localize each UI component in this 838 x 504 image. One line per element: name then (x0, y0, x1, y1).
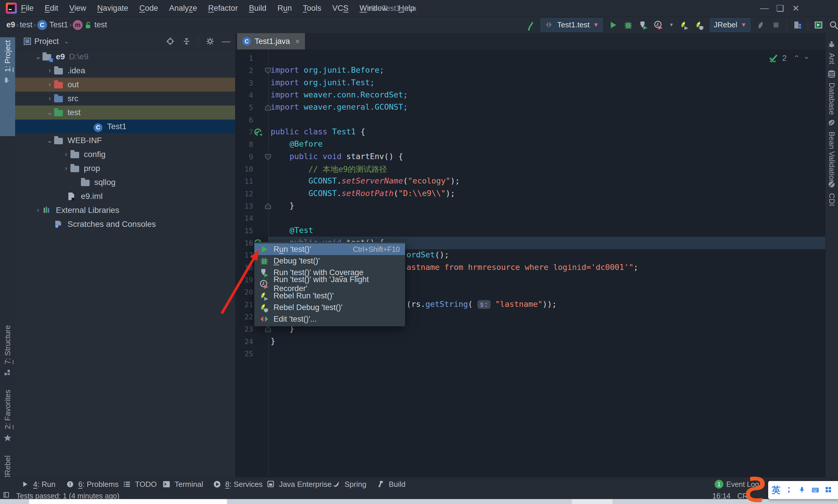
prev-issue-icon[interactable]: ⌃ (794, 54, 800, 62)
menubar-item-refactor[interactable]: Refactor (208, 4, 238, 13)
menubar-item-code[interactable]: Code (139, 4, 158, 13)
code-line-21[interactable]: (rs.getString( s: "lastname")); (407, 300, 557, 309)
jrebel-selector[interactable]: JRebel▼ (710, 18, 750, 32)
menubar-item-vcs[interactable]: VCS (332, 4, 349, 13)
menubar-item-analyze[interactable]: Analyze (169, 4, 197, 13)
run-button[interactable] (608, 20, 618, 30)
tree-item-test1[interactable]: CTest1 (15, 120, 235, 133)
rerun-test-icon[interactable] (254, 128, 263, 137)
code-line-13[interactable]: } (289, 201, 294, 210)
project-panel-title[interactable]: Project⌄ (23, 37, 69, 46)
toolwindow-button-cdi[interactable]: CDI (825, 178, 838, 206)
locate-icon[interactable] (165, 37, 175, 46)
menubar-item-edit[interactable]: Edit (45, 4, 58, 13)
toolwindow-toggle-icon[interactable] (3, 491, 11, 499)
hide-panel-icon[interactable]: — (222, 36, 230, 46)
profiler-caret-icon[interactable]: ▼ (669, 22, 674, 28)
toolwindow-button-bean-validation[interactable]: Bean Validation (825, 116, 838, 184)
menubar-item-navigate[interactable]: Navigate (97, 4, 128, 13)
code-line-17[interactable]: ordSet(); (407, 250, 449, 259)
toolwindow-button-ant[interactable]: Ant (825, 38, 838, 64)
toolwindow-button-build[interactable]: Build (376, 477, 406, 491)
breadcrumb-item[interactable]: e9 (6, 20, 15, 29)
fold-marker-icon[interactable] (264, 67, 272, 74)
chevron-down-icon[interactable]: ⌄ (34, 53, 42, 61)
chevron-down-icon[interactable]: ⌄ (46, 108, 54, 116)
minimize-button[interactable]: — (756, 3, 772, 13)
tree-item-e9[interactable]: ⌄e9D:\e9 (15, 50, 235, 64)
code-line-12[interactable]: GCONST.setRootPath("D:\\e9\\"); (308, 189, 455, 198)
close-button[interactable]: ✕ (788, 3, 804, 13)
breadcrumb-item[interactable]: Test1 (50, 20, 68, 29)
grid-icon[interactable] (824, 486, 833, 494)
context-menu-item-run-test-[interactable]: Run 'test()'Ctrl+Shift+F10 (254, 244, 405, 255)
next-issue-icon[interactable]: ⌄ (804, 52, 809, 60)
menubar-item-build[interactable]: Build (249, 4, 266, 13)
tree-item-prop[interactable]: ›prop (15, 161, 235, 175)
code-line-4[interactable]: import weaver.conn.RecordSet; (271, 90, 408, 99)
editor-tab-test1-java[interactable]: CTest1.java× (237, 33, 305, 50)
debug-button[interactable] (624, 20, 633, 30)
chevron-right-icon[interactable]: › (46, 67, 54, 74)
context-menu-item-debug-test-[interactable]: Debug 'test()' (254, 255, 405, 267)
toolwindow-button-terminal[interactable]: Terminal (162, 477, 203, 491)
code-line-24[interactable]: } (271, 337, 275, 345)
toolwindow-button-6-problems[interactable]: 6: Problems (66, 477, 119, 491)
code-line-2[interactable]: import org.junit.Before; (271, 66, 384, 74)
menubar-item-view[interactable]: View (69, 4, 86, 13)
ime-lang-label[interactable]: 英 (772, 484, 780, 496)
search-everywhere-icon[interactable] (829, 20, 838, 30)
coverage-button[interactable] (639, 20, 648, 30)
tree-item-web-inf[interactable]: ⌄WEB-INF (15, 133, 235, 147)
menubar-item-file[interactable]: File (21, 4, 34, 13)
tree-item-src[interactable]: ›src (15, 92, 235, 106)
chevron-right-icon[interactable]: › (46, 95, 54, 102)
tree-item-e9-iml[interactable]: e9.iml (15, 189, 235, 203)
chevron-right-icon[interactable]: › (46, 81, 54, 88)
context-menu-item-run-test-with-java-flight-recorder-[interactable]: Run 'test()' with 'Java Flight Recorder' (254, 278, 405, 290)
run-anything-icon[interactable] (814, 20, 823, 30)
ime-punct-label[interactable]: ； (784, 483, 793, 495)
fold-marker-icon[interactable] (264, 325, 272, 333)
code-line-10[interactable]: // 本地e9的测试路径 (308, 164, 387, 175)
code-line-9[interactable]: public void startEnv() { (289, 152, 403, 161)
code-line-7[interactable]: public class Test1 { (271, 127, 365, 136)
collapse-all-icon[interactable] (182, 37, 191, 46)
breadcrumb-item[interactable]: test (20, 20, 33, 29)
code-line-5[interactable]: import weaver.general.GCONST; (271, 102, 408, 111)
code-line-15[interactable]: @Test (289, 226, 313, 235)
code-line-8[interactable]: @Before (289, 139, 323, 148)
fold-marker-icon[interactable] (264, 153, 272, 161)
toolwindow-button-spring[interactable]: Spring (332, 477, 366, 491)
tree-item-out[interactable]: ›out (15, 78, 235, 92)
fold-marker-icon[interactable] (264, 202, 272, 210)
tree-item--idea[interactable]: ›.idea (15, 64, 235, 78)
restore-button[interactable]: ❏ (772, 3, 788, 13)
tree-item-config[interactable]: ›config (15, 147, 235, 161)
chevron-right-icon[interactable]: › (62, 165, 70, 172)
toolwindow-button-8-services[interactable]: 8: Services (212, 477, 263, 491)
chevron-down-icon[interactable]: ⌄ (46, 137, 54, 145)
chevron-right-icon[interactable]: › (62, 151, 70, 158)
mic-icon[interactable] (797, 486, 806, 494)
toolwindow-button-4-run[interactable]: 4: Run (20, 477, 56, 491)
tree-item-scratches-and-consoles[interactable]: Scratches and Consoles (15, 217, 235, 231)
profiler-button[interactable] (654, 20, 663, 30)
toolwindow-button-todo[interactable]: TODO (122, 477, 157, 491)
rebel-debug-button[interactable] (695, 19, 704, 31)
code-line-3[interactable]: import org.junit.Test; (271, 78, 375, 87)
menubar-item-run[interactable]: Run (277, 4, 292, 13)
fold-marker-icon[interactable] (264, 104, 272, 111)
build-project-icon[interactable] (525, 19, 535, 31)
menubar-item-tools[interactable]: Tools (303, 4, 321, 13)
rebel-run-button[interactable] (680, 19, 689, 31)
keyboard-icon[interactable] (810, 486, 820, 494)
tree-item-test[interactable]: ⌄test (15, 106, 235, 120)
toolwindow-button-java-enterprise[interactable]: Java Enterprise (266, 477, 332, 491)
code-line-11[interactable]: GCONST.setServerName("ecology"); (308, 176, 460, 185)
tree-item-external-libraries[interactable]: ›External Libraries (15, 203, 235, 217)
tree-item-sqllog[interactable]: sqllog (15, 175, 235, 189)
toolwindow-layout-icon[interactable] (792, 20, 802, 30)
context-menu-item-edit-test-[interactable]: Edit 'test()'... (254, 313, 405, 325)
tab-close-icon[interactable]: × (295, 37, 300, 46)
